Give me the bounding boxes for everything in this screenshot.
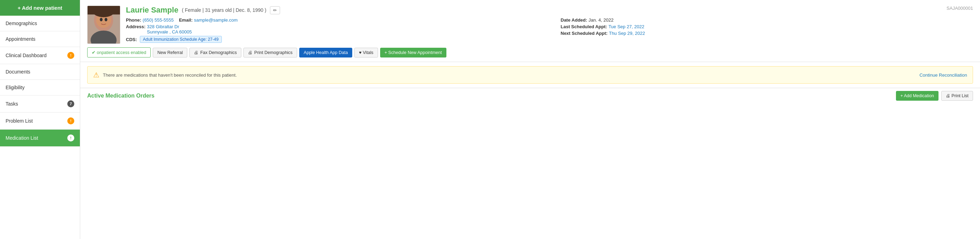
date-added-label: Date Added: (561, 17, 587, 23)
medications-section-title: Active Medication Orders (87, 93, 154, 99)
medications-actions: + Add Medication 🖨 Print List (896, 91, 973, 101)
address-label: Address: (126, 24, 145, 29)
date-added-value: Jan. 4, 2022 (589, 17, 614, 23)
fax-demographics-button[interactable]: 🖨 Fax Demographics (189, 48, 241, 57)
cds-label: CDS: (126, 37, 137, 42)
cds-value[interactable]: Adult Immunization Schedule Age: 27-49 (140, 36, 222, 43)
patient-meta: ( Female | 31 years old | Dec. 8, 1990 ) (182, 7, 266, 13)
sidebar-item-label-eligibility: Eligibility (6, 85, 74, 90)
patient-photo-image (88, 6, 120, 44)
last-appt-label: Last Scheduled Appt: (561, 24, 607, 29)
apple-health-button[interactable]: Apple Health App Data (299, 48, 352, 57)
sidebar-badge-clinical-dashboard: ! (67, 52, 74, 59)
vitals-button[interactable]: ♥ Vitals (354, 48, 378, 57)
pencil-icon: ✏ (273, 8, 277, 13)
next-appt-label: Next Scheduled Appt: (561, 31, 608, 36)
medications-section-header: Active Medication Orders + Add Medicatio… (80, 88, 980, 103)
sidebar-item-medication-list[interactable]: Medication List! (0, 130, 80, 147)
patient-id: SAJA000001 (947, 6, 973, 11)
sidebar-badge-tasks: 7 (67, 100, 74, 107)
sidebar-item-eligibility[interactable]: Eligibility (0, 80, 80, 95)
continue-reconciliation-link[interactable]: Continue Reconciliation (919, 73, 967, 78)
sidebar-item-label-demographics: Demographics (6, 21, 74, 26)
last-appt-value: Tue Sep 27, 2022 (609, 24, 644, 29)
add-medication-button[interactable]: + Add Medication (896, 91, 939, 101)
printer-icon-print: 🖨 (248, 50, 253, 55)
add-new-patient-button[interactable]: + Add new patient (0, 0, 80, 16)
sidebar: + Add new patient DemographicsAppointmen… (0, 0, 80, 239)
edit-patient-button[interactable]: ✏ (270, 6, 280, 14)
next-appt-value: Thu Sep 29, 2022 (609, 31, 645, 36)
sidebar-item-label-documents: Documents (6, 69, 74, 74)
warning-message: There are medications that haven't been … (103, 73, 237, 78)
patient-email: sample@sample.com (194, 17, 237, 23)
schedule-appointment-button[interactable]: + Schedule New Appointment (380, 48, 446, 57)
print-list-button[interactable]: 🖨 Print List (941, 91, 973, 101)
content-area: ⚠ There are medications that haven't bee… (80, 62, 980, 239)
sidebar-badge-medication-list: ! (67, 135, 74, 141)
sidebar-item-label-problem-list: Problem List (6, 118, 67, 124)
sidebar-item-appointments[interactable]: Appointments (0, 32, 80, 47)
phone-label: Phone: (126, 17, 141, 23)
patient-info: Laurie Sample ( Female | 31 years old | … (126, 6, 973, 43)
email-label: Email: (179, 17, 192, 23)
sidebar-item-tasks[interactable]: Tasks7 (0, 95, 80, 112)
warning-triangle-icon: ⚠ (93, 71, 99, 79)
sidebar-item-label-medication-list: Medication List (6, 135, 67, 141)
sidebar-item-label-tasks: Tasks (6, 101, 67, 107)
sidebar-item-problem-list[interactable]: Problem List! (0, 112, 80, 130)
sidebar-item-demographics[interactable]: Demographics (0, 16, 80, 32)
patient-phone: (650) 555-5555 (143, 17, 174, 23)
sidebar-item-label-clinical-dashboard: Clinical Dashboard (6, 52, 67, 58)
printer-icon-fax: 🖨 (194, 50, 199, 55)
patient-address: 328 Gibraltar Dr Sunnyvale , CA 60005 (147, 24, 192, 35)
onpatient-button[interactable]: ✔ onpatient access enabled (87, 47, 151, 57)
new-referral-button[interactable]: New Referral (153, 48, 187, 57)
main-content: Laurie Sample ( Female | 31 years old | … (80, 0, 980, 239)
patient-header: Laurie Sample ( Female | 31 years old | … (80, 0, 980, 62)
print-demographics-button[interactable]: 🖨 Print Demographics (243, 48, 297, 57)
actions-row: ✔ onpatient access enabled New Referral … (87, 47, 973, 57)
patient-name: Laurie Sample (126, 6, 178, 15)
sidebar-badge-problem-list: ! (67, 117, 74, 124)
sidebar-item-clinical-dashboard[interactable]: Clinical Dashboard! (0, 47, 80, 64)
warning-left: ⚠ There are medications that haven't bee… (93, 71, 237, 79)
patient-photo (87, 6, 120, 44)
sidebar-item-documents[interactable]: Documents (0, 64, 80, 80)
sidebar-item-label-appointments: Appointments (6, 36, 74, 42)
reconciliation-warning: ⚠ There are medications that haven't bee… (87, 66, 973, 84)
